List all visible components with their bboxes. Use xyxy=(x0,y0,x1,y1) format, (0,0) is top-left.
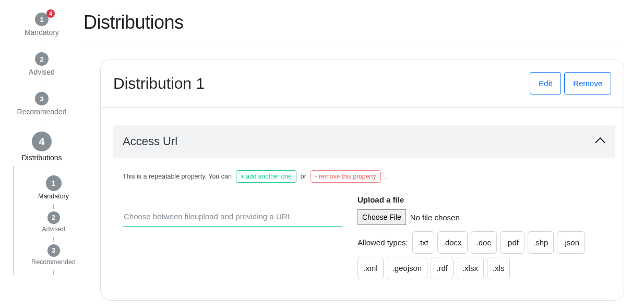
filetype-chip: .pdf xyxy=(500,231,524,254)
step-label: Distributions xyxy=(21,153,62,162)
substep-tree: 1 Mandatory 2 Advised 3 Recommended xyxy=(14,166,84,275)
accordion-body: This is a repeatable property. You can +… xyxy=(113,158,615,279)
filetype-chip: .txt xyxy=(412,231,434,254)
step-number-text: 1 xyxy=(40,16,43,23)
step-label: Advised xyxy=(29,68,55,76)
upload-block: Upload a file Choose File No file chosen… xyxy=(357,195,606,279)
choose-file-button[interactable]: Choose File xyxy=(357,209,406,225)
card-header: Distribution 1 Edit Remove xyxy=(101,72,624,108)
filetype-chip: .xls xyxy=(487,257,510,279)
step-label: Mandatory xyxy=(25,28,59,37)
substep-connector xyxy=(53,270,54,275)
substep-number-text: 1 xyxy=(52,179,56,187)
accordion-header[interactable]: Access Url xyxy=(113,125,615,158)
allowed-types-row: Allowed types: .txt .docx .doc .pdf .shp… xyxy=(357,231,587,279)
step-number-text: 3 xyxy=(40,95,43,103)
filetype-chip: .docx xyxy=(437,231,468,254)
remove-property-button[interactable]: - remove this property xyxy=(311,170,381,183)
hint-prefix: This is a repeatable property. You can xyxy=(123,173,232,180)
step-number-text: 4 xyxy=(39,136,44,148)
upload-label: Upload a file xyxy=(357,195,606,204)
step-mandatory[interactable]: 1 4 Mandatory xyxy=(0,13,84,37)
distribution-card: Distribution 1 Edit Remove Access Url Th… xyxy=(100,59,624,301)
substep-mandatory[interactable]: 1 Mandatory xyxy=(23,175,84,200)
notification-badge: 4 xyxy=(46,9,55,18)
card-title: Distribution 1 xyxy=(113,75,205,92)
substep-recommended[interactable]: 3 Recommended xyxy=(23,244,84,266)
filetype-chip: .rdf xyxy=(431,257,454,279)
step-connector xyxy=(42,82,42,89)
step-number-text: 2 xyxy=(40,55,43,63)
access-url-input[interactable] xyxy=(123,207,342,227)
step-advised[interactable]: 2 Advised xyxy=(0,52,84,76)
add-property-button[interactable]: + add another one xyxy=(236,170,296,183)
chevron-up-icon xyxy=(594,136,606,147)
step-number: 1 4 xyxy=(35,13,49,26)
hint-or: or xyxy=(301,173,306,180)
filetype-chip: .json xyxy=(557,231,585,254)
fields-row: Upload a file Choose File No file chosen… xyxy=(123,195,606,279)
hint-suffix: . xyxy=(385,173,387,180)
allowed-types-label: Allowed types: xyxy=(357,238,408,247)
step-recommended[interactable]: 3 Recommended xyxy=(0,92,84,116)
file-status: No file chosen xyxy=(410,213,460,222)
substep-label: Recommended xyxy=(31,258,76,266)
substep-number-text: 3 xyxy=(52,247,55,254)
access-url-accordion: Access Url This is a repeatable property… xyxy=(113,125,615,279)
step-distributions[interactable]: 4 Distributions xyxy=(0,132,84,162)
filetype-chip: .xml xyxy=(357,257,384,279)
card-actions: Edit Remove xyxy=(530,72,611,94)
filetype-chip: .xlsx xyxy=(457,257,484,279)
substep-advised[interactable]: 2 Advised xyxy=(23,211,84,233)
stepper-sidebar: 1 4 Mandatory 2 Advised 3 Recommended 4 … xyxy=(0,0,84,308)
substep-number: 1 xyxy=(46,175,62,191)
filetype-chip: .doc xyxy=(471,231,497,254)
substep-number: 2 xyxy=(47,211,60,224)
step-number: 2 xyxy=(35,52,49,66)
step-connector xyxy=(42,122,42,128)
edit-button[interactable]: Edit xyxy=(530,72,561,94)
step-number: 3 xyxy=(35,92,49,105)
step-connector xyxy=(42,43,42,49)
main-content: Distributions Distribution 1 Edit Remove… xyxy=(84,0,644,308)
substep-connector xyxy=(53,237,54,242)
filetype-chip: .geojson xyxy=(387,257,428,279)
substep-connector xyxy=(53,204,54,209)
title-divider xyxy=(84,43,624,43)
accordion-title: Access Url xyxy=(123,135,177,148)
substep-number: 3 xyxy=(47,244,60,257)
page-title: Distributions xyxy=(84,11,624,33)
repeatable-hint: This is a repeatable property. You can +… xyxy=(123,170,606,183)
substep-number-text: 2 xyxy=(52,214,55,221)
step-label: Recommended xyxy=(17,108,67,116)
step-number: 4 xyxy=(32,132,52,151)
file-chooser-row: Choose File No file chosen xyxy=(357,209,606,225)
substep-label: Mandatory xyxy=(38,193,69,200)
remove-button[interactable]: Remove xyxy=(564,72,611,94)
substep-label: Advised xyxy=(42,226,65,233)
filetype-chip: .shp xyxy=(528,231,554,254)
